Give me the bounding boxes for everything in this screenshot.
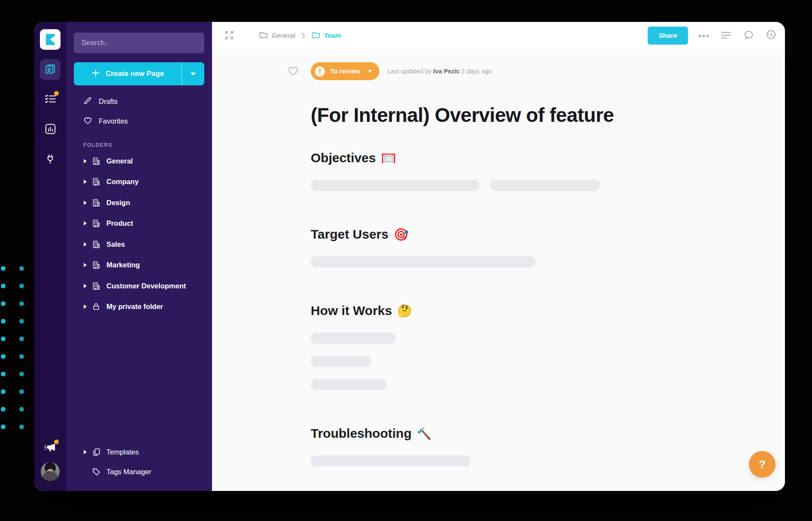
caret-right-icon (83, 242, 92, 247)
rail-item-insights[interactable] (40, 119, 61, 140)
backdrop-dot (1, 266, 6, 271)
chevron-down-icon (368, 70, 372, 73)
backdrop-dot (1, 301, 6, 306)
section-emoji: 🥅 (381, 151, 396, 165)
placeholder-bar (311, 333, 396, 344)
sidebar-item-label: Tags Manager (106, 468, 151, 476)
backdrop-dot (19, 266, 24, 271)
folder-label: Company (106, 178, 139, 186)
placeholder-bar (311, 180, 480, 191)
comments-button[interactable] (742, 29, 755, 42)
section-heading: Target Users🎯 (311, 227, 768, 242)
folder-row-product[interactable]: Product (66, 213, 212, 234)
backdrop-dot (19, 372, 24, 376)
create-page-dropdown[interactable] (182, 73, 204, 76)
placeholder-bar (311, 379, 386, 390)
section-heading-text: Objectives (311, 151, 376, 165)
backdrop-dot (1, 407, 6, 412)
folder-row-sales[interactable]: Sales (66, 234, 212, 255)
copy-icon (92, 448, 106, 457)
checklist-icon (45, 94, 56, 105)
section-heading-text: How it Works (311, 303, 392, 318)
document-canvas: To review Last updated by Iva Pezic 2 da… (212, 49, 785, 491)
folder-row-company[interactable]: Company (66, 172, 212, 193)
notification-dot (54, 439, 59, 444)
document-sections: Objectives🥅Target Users🎯How it Works🤔Tro… (311, 151, 768, 466)
create-page-button[interactable]: Create new Page (74, 62, 204, 85)
search-input[interactable] (74, 33, 204, 53)
backdrop-dot (19, 284, 24, 288)
document-meta-row: To review Last updated by Iva Pezic 2 da… (287, 62, 768, 80)
section-emoji: 🤔 (397, 304, 412, 318)
favorite-button[interactable] (287, 65, 300, 78)
breadcrumb-item-team[interactable]: Team (312, 31, 341, 40)
sidebar-item-tags-manager[interactable]: Tags Manager (66, 462, 212, 482)
backdrop-dot (19, 336, 24, 341)
folder-label: Marketing (106, 261, 140, 269)
share-button[interactable]: Share (648, 27, 688, 45)
caret-right-icon (83, 263, 92, 267)
caret-right-icon (83, 221, 92, 226)
backdrop-dot (1, 389, 6, 394)
sidebar-footer: Templates Tags Manager (66, 442, 212, 482)
section-heading-text: Target Users (311, 227, 388, 242)
doc-section-how-it-works: How it Works🤔 (311, 303, 768, 390)
section-heading: Objectives🥅 (311, 151, 768, 165)
lock-icon (92, 302, 106, 311)
folder-label: Design (106, 199, 130, 207)
topbar: General Team Share (212, 22, 785, 49)
folder-row-my-private-folder[interactable]: My private folder (66, 297, 212, 318)
app-window: Create new Page Drafts (34, 22, 785, 491)
history-button[interactable] (764, 29, 777, 42)
backdrop-dot (19, 407, 24, 412)
status-badge[interactable]: To review (311, 62, 379, 80)
building-icon (92, 177, 106, 186)
folder-row-customer-development[interactable]: Customer Development (66, 276, 212, 297)
user-avatar[interactable] (40, 462, 60, 482)
folder-label: General (106, 157, 133, 165)
building-icon (92, 282, 106, 291)
backdrop-dot (1, 354, 6, 359)
toc-button[interactable] (720, 29, 733, 42)
breadcrumb-item-general[interactable]: General (259, 31, 295, 40)
pages-icon (44, 63, 56, 76)
backdrop-dot (19, 424, 24, 429)
sidebar-nav: Drafts Favorites (66, 91, 212, 131)
folder-label: Sales (106, 240, 125, 248)
rail-item-tasks[interactable] (40, 89, 61, 110)
building-icon (92, 157, 106, 166)
rail-item-pages[interactable] (40, 59, 61, 80)
caret-right-icon (83, 450, 92, 454)
placeholder-bars (311, 256, 768, 267)
folder-row-general[interactable]: General (66, 151, 212, 172)
more-button[interactable] (697, 29, 710, 42)
backdrop-dot (19, 389, 24, 394)
folder-icon (259, 31, 268, 40)
sidebar-item-drafts[interactable]: Drafts (66, 91, 212, 111)
rail-item-integrations[interactable] (40, 149, 61, 170)
help-button[interactable]: ? (749, 451, 776, 478)
sidebar-item-templates[interactable]: Templates (66, 442, 212, 462)
sidebar: Create new Page Drafts (66, 22, 212, 491)
exclamation-icon (315, 67, 325, 76)
placeholder-bar (490, 180, 600, 191)
backdrop-dot (1, 424, 6, 429)
caret-right-icon (83, 179, 92, 184)
announcements-button[interactable] (40, 438, 61, 458)
breadcrumb-label: Team (324, 32, 341, 39)
backdrop-dot (1, 284, 6, 288)
tag-icon (92, 467, 106, 476)
folder-icon (312, 31, 320, 40)
folder-label: Customer Development (106, 282, 186, 290)
folder-row-design[interactable]: Design (66, 192, 212, 213)
expand-button[interactable] (224, 30, 234, 42)
breadcrumb-label: General (272, 32, 295, 39)
placeholder-bars (311, 455, 768, 466)
building-icon (92, 219, 106, 228)
folders-list: GeneralCompanyDesignProductSalesMarketin… (66, 151, 212, 317)
kipwise-logo[interactable] (40, 29, 61, 50)
backdrop-dot (1, 336, 6, 341)
sidebar-item-favorites[interactable]: Favorites (66, 111, 212, 131)
chart-icon (45, 123, 56, 136)
folder-row-marketing[interactable]: Marketing (66, 255, 212, 276)
